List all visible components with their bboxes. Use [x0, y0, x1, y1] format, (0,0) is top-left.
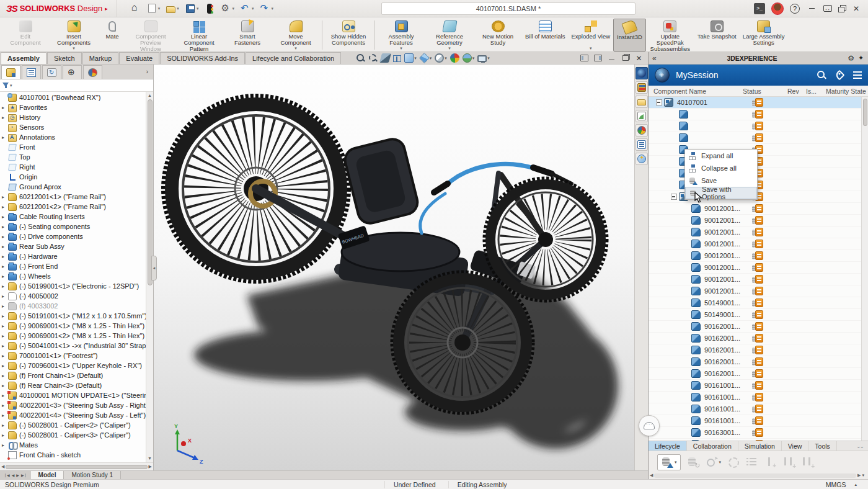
- feature-tree-item[interactable]: Mates: [0, 440, 146, 450]
- toolbar-button[interactable]: Linear Component Pattern ▾: [175, 19, 223, 52]
- scroll-up-icon[interactable]: ▲: [148, 92, 152, 99]
- feature-tree-item[interactable]: (-) 90069001<2> ("M8 x 1.25 - Thin Hex"): [0, 331, 146, 341]
- toolbar-button[interactable]: Smart Fasteners ▾: [223, 19, 272, 52]
- help-icon[interactable]: ?: [790, 4, 800, 14]
- tree-filter-bar[interactable]: ▾: [0, 79, 153, 92]
- ribbon-tab[interactable]: SOLIDWORKS Add-Ins: [160, 52, 245, 64]
- units-expand-icon[interactable]: ▴: [855, 482, 857, 487]
- toolbar-button[interactable]: Show Hidden Components ▾: [324, 19, 373, 52]
- assistant-button[interactable]: [639, 415, 660, 436]
- feature-tree-item[interactable]: Favorites: [0, 102, 146, 112]
- feature-tree-item[interactable]: (-) 50199001<1> ("Electronic - 12SPD"): [0, 281, 146, 291]
- component-row[interactable]: 90162001...: [649, 321, 868, 333]
- panel-tab[interactable]: [42, 65, 61, 79]
- ribbon-tab[interactable]: Assembly: [1, 52, 46, 64]
- panel-bottom-tab[interactable]: Tools: [808, 441, 837, 451]
- tag-icon[interactable]: [835, 70, 845, 81]
- feature-tree-item[interactable]: Annotations: [0, 132, 146, 142]
- panel-settings-gear-icon[interactable]: ⚙: [848, 54, 854, 63]
- quick-access-button[interactable]: ▾: [218, 2, 237, 15]
- hamburger-menu-icon[interactable]: [853, 71, 862, 73]
- scroll-left-icon[interactable]: ◀: [650, 473, 653, 478]
- heads-up-button[interactable]: ▾: [368, 53, 378, 63]
- panel-splitter-handle[interactable]: ◂: [151, 256, 157, 280]
- dock-right-icon[interactable]: [594, 55, 602, 61]
- feature-tree-item[interactable]: (-) 50191001<1> ("M12 x 1.0 x 170.5mm"): [0, 311, 146, 321]
- toolbar-button[interactable]: Large Assembly Settings ▾: [740, 19, 788, 52]
- quick-access-button[interactable]: ▾: [144, 2, 163, 14]
- toolbar-button[interactable]: Assembly Features ▾: [377, 19, 425, 52]
- component-row[interactable]: 50149001...: [649, 309, 868, 321]
- component-row[interactable]: 90012001...: [649, 227, 868, 238]
- heads-up-button[interactable]: ▾: [463, 53, 475, 63]
- panel-tab[interactable]: [83, 65, 102, 79]
- toolbar-button[interactable]: New Motion Study ▾: [474, 19, 522, 52]
- document-title-search-box[interactable]: 40107001.SLDASM *: [381, 2, 636, 15]
- feature-tree-item[interactable]: Ground Aprox: [0, 182, 146, 192]
- feature-tree-item[interactable]: Rear Sub Assy: [0, 241, 146, 251]
- solidworks-logo[interactable]: ЗS SOLIDWORKS Design ▸: [2, 0, 117, 17]
- ribbon-tab[interactable]: Lifecycle and Collaboration: [246, 52, 341, 64]
- prev-tab-icon[interactable]: ◀: [12, 473, 15, 477]
- quick-access-button[interactable]: ▾: [257, 2, 276, 15]
- doc-restore-button[interactable]: [621, 55, 629, 61]
- panel-bottom-tab[interactable]: Collaboration: [687, 441, 738, 451]
- panel-bottom-tab[interactable]: Simulation: [738, 441, 782, 451]
- component-row[interactable]: 90161001...: [649, 392, 868, 403]
- feature-tree-item[interactable]: (-) Hardware: [0, 251, 146, 261]
- toolbar-button[interactable]: Edit Component ▾: [1, 19, 50, 52]
- column-component-name[interactable]: Component Name: [649, 87, 743, 95]
- lifecycle-action-button[interactable]: ▾: [727, 457, 740, 468]
- quick-access-button[interactable]: ▾: [238, 2, 257, 15]
- panel-bottom-tab[interactable]: View: [782, 441, 809, 451]
- heads-up-button[interactable]: ▾: [420, 53, 432, 63]
- feature-tree-item[interactable]: Front Chain - sketch: [0, 450, 146, 460]
- feature-tree-item[interactable]: History: [0, 112, 146, 122]
- toolbar-button[interactable]: Exploded View ▾: [568, 19, 613, 52]
- column-maturity-state[interactable]: Maturity State: [826, 87, 868, 95]
- feature-tree-item[interactable]: (f) Rear Chain<3> (Default): [0, 380, 146, 390]
- scroll-thumb[interactable]: [6, 465, 147, 469]
- feature-tree-item[interactable]: (-) Drive components: [0, 231, 146, 241]
- toolbar-button[interactable]: Instant3D ▾: [613, 19, 646, 52]
- ribbon-tab[interactable]: Sketch: [47, 52, 82, 64]
- feature-tree-item[interactable]: Origin: [0, 172, 146, 182]
- feature-tree-item[interactable]: (-) Wheels: [0, 271, 146, 281]
- task-pane-tab[interactable]: [636, 138, 648, 151]
- component-row[interactable]: 70079001<1>: [649, 156, 868, 168]
- component-row[interactable]: 90162001...: [649, 333, 868, 344]
- quick-access-button[interactable]: ▾: [183, 2, 202, 15]
- feature-tree-item[interactable]: (-) 70096001<1> ("Upper Keyhole - RX"): [0, 361, 146, 370]
- scroll-left-icon[interactable]: ◀: [1, 464, 4, 469]
- lifecycle-action-button[interactable]: ▾: [706, 457, 722, 468]
- column-rev[interactable]: Rev: [787, 87, 806, 95]
- overflow-caret-icon[interactable]: ▾: [862, 473, 867, 478]
- task-pane-tab[interactable]: [636, 153, 648, 165]
- dock-panes-icon[interactable]: [823, 5, 832, 12]
- toolbar-button[interactable]: Component Preview Window ▾: [126, 19, 175, 52]
- component-row[interactable]: 90012001...: [649, 262, 868, 274]
- component-row[interactable]: 90162001...: [649, 344, 868, 356]
- component-row[interactable]: [649, 132, 868, 144]
- panel-tab[interactable]: [63, 65, 82, 79]
- tree-horizontal-scrollbar[interactable]: ◀ ▶: [0, 462, 153, 470]
- panel-expand-arrow-icon[interactable]: ›: [141, 65, 153, 79]
- more-tabs-chevron-icon[interactable]: ⌄⌄: [856, 441, 868, 451]
- scroll-down-icon[interactable]: ▼: [148, 455, 152, 462]
- scroll-thumb[interactable]: [863, 99, 867, 126]
- doc-minimize-button[interactable]: [608, 55, 616, 61]
- feature-tree-item[interactable]: Front: [0, 142, 146, 152]
- component-row[interactable]: 90162001...: [649, 368, 868, 380]
- toolbar-button[interactable]: Insert Components ▾: [50, 19, 98, 52]
- minimize-button[interactable]: [806, 3, 817, 14]
- toolbar-button[interactable]: Move Component ▾: [272, 19, 320, 52]
- feature-tree-item[interactable]: Sensors: [0, 122, 146, 132]
- component-row[interactable]: 40085001<1>: [649, 191, 868, 203]
- component-row[interactable]: 90161001...: [649, 403, 868, 415]
- component-row[interactable]: 70079001<2>: [649, 168, 868, 179]
- toolbar-button[interactable]: Bill of Materials ▾: [522, 19, 568, 52]
- component-row[interactable]: [649, 120, 868, 132]
- task-pane-tab[interactable]: [636, 110, 648, 122]
- feature-tree-item[interactable]: (-) 40050002: [0, 291, 146, 301]
- quick-access-button[interactable]: ▾: [164, 2, 182, 14]
